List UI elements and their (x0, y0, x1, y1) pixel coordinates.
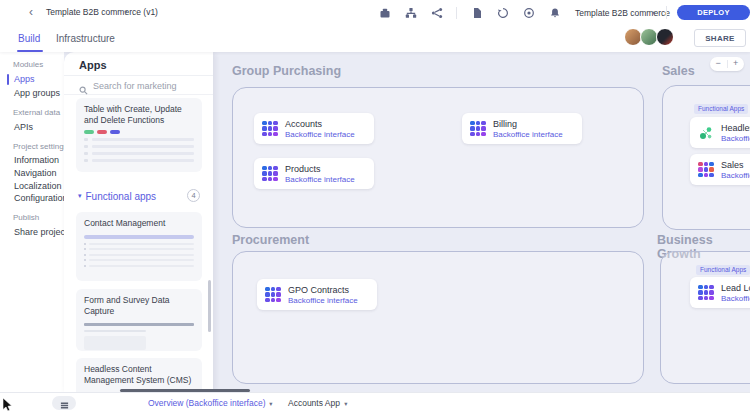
tab-infrastructure[interactable]: Infrastructure (56, 33, 115, 44)
preview-bar (84, 235, 194, 239)
search-placeholder: Search for marketing (93, 81, 177, 91)
chevron-down-icon: ▾ (344, 400, 347, 407)
collaborator-avatars (626, 28, 674, 46)
sidebar-header-modules: Modules (13, 60, 43, 69)
app-card-title: Contact Management (76, 212, 202, 231)
module-card-title: Products (285, 164, 355, 174)
top-bar-divider (666, 6, 667, 19)
module-card-accounts[interactable]: Accounts Backoffice interface (254, 113, 374, 144)
backoffice-interface-link[interactable]: Backoffice in (721, 134, 750, 143)
share-icon[interactable] (430, 7, 443, 20)
share-button[interactable]: SHARE (694, 29, 746, 47)
module-card-lead[interactable]: Lead Loo Backoffice (690, 277, 750, 308)
chevron-down-icon[interactable]: ▾ (652, 9, 655, 16)
module-card-headless-cms[interactable]: Headless C Backoffice in (690, 117, 750, 148)
sidebar-item-app-groups[interactable]: App groups (14, 88, 60, 98)
backoffice-interface-link[interactable]: Backoffice interface (285, 175, 355, 184)
project-title[interactable]: Template B2B commerce (v1) (46, 7, 158, 17)
panel-title: Apps (79, 59, 107, 71)
canvas-horizontal-scrollbar[interactable] (120, 389, 250, 392)
sidebar-item-localization[interactable]: Localization (14, 181, 62, 191)
tab-overview-backoffice[interactable]: Overview (Backoffice interface)▾ (148, 398, 273, 408)
chevron-down-icon: ▾ (78, 192, 82, 200)
module-card-title: Headless C (721, 123, 750, 133)
panel-scrollbar[interactable] (208, 280, 211, 332)
functional-apps-label: Functional apps (86, 191, 157, 202)
apps-panel: Apps Search for marketing Table with Cre… (64, 52, 213, 392)
section-title-procurement: Procurement (232, 233, 309, 247)
sidebar-item-configuration[interactable]: Configuration (14, 193, 68, 203)
section-title-group-purchasing: Group Purchasing (232, 64, 341, 78)
app-grid-icon (698, 162, 714, 178)
tab-accounts-app[interactable]: Accounts App▾ (288, 398, 348, 408)
top-bar: ‹ Template B2B commerce (v1) ▾ (0, 0, 750, 26)
app-card-title: Form and Survey Data Capture (76, 289, 202, 319)
target-icon[interactable] (522, 7, 535, 20)
backoffice-interface-link[interactable]: Backoffice (721, 294, 750, 303)
preview-line (84, 323, 194, 326)
module-card-billing[interactable]: Billing Backoffice interface (462, 113, 582, 144)
module-card-title: Lead Loo (721, 283, 750, 293)
section-procurement (232, 251, 644, 384)
project-canvas: − + Group Purchasing Accounts Backoffice… (213, 52, 750, 392)
functional-apps-toggle[interactable]: ▾ Functional apps 4 (78, 188, 202, 204)
module-card-title: Billing (493, 119, 563, 129)
zoom-control: − + (710, 57, 744, 71)
search-input[interactable]: Search for marketing (64, 76, 213, 95)
zoom-in-button[interactable]: + (728, 57, 745, 71)
sidebar-item-share-project[interactable]: Share project (14, 227, 68, 237)
sidebar-header-publish: Publish (13, 213, 39, 222)
app-card-title: Table with Create, Update and Delete Fun… (76, 98, 202, 128)
app-grid-icon (262, 166, 278, 182)
sitemap-icon[interactable] (404, 7, 417, 20)
app-card-form-survey[interactable]: Form and Survey Data Capture (76, 289, 202, 351)
toolbar-divider (456, 7, 457, 19)
sidebar-item-navigation[interactable]: Navigation (14, 168, 57, 178)
app-card-table-crud[interactable]: Table with Create, Update and Delete Fun… (76, 98, 202, 172)
sidebar-item-apps[interactable]: Apps (14, 74, 35, 84)
toolbar (378, 5, 561, 21)
module-card-title: Sales (721, 160, 750, 170)
avatar[interactable] (656, 28, 674, 46)
back-chevron-icon[interactable]: ‹ (24, 6, 38, 20)
bell-icon[interactable] (548, 7, 561, 20)
preview-block (84, 336, 146, 350)
backoffice-interface-link[interactable]: Backoffice interface (285, 130, 355, 139)
app-grid-icon (698, 285, 714, 301)
backoffice-interface-link[interactable]: Backoffice interface (493, 130, 563, 139)
module-card-gpo-contracts[interactable]: GPO Contracts Backoffice interface (257, 279, 377, 310)
app-grid-icon (262, 121, 278, 137)
molecule-icon (698, 125, 714, 141)
module-card-title: Accounts (285, 119, 355, 129)
functional-apps-badge: Functional Apps (696, 265, 750, 275)
preview-line (84, 330, 146, 333)
deploy-project-button[interactable]: DEPLOY PROJECT (677, 5, 750, 20)
sidebar-header-external-data: External data (13, 108, 60, 117)
module-card-products[interactable]: Products Backoffice interface (254, 158, 374, 189)
chevron-down-icon[interactable]: ▾ (124, 8, 127, 15)
sidebar-item-apis[interactable]: APIs (14, 122, 33, 132)
zoom-out-button[interactable]: − (710, 57, 727, 71)
functional-apps-badge: Functional Apps (694, 104, 748, 114)
app-grid-icon (265, 287, 281, 303)
sidebar-header-project-settings: Project settings (13, 142, 68, 151)
screens-menu-button[interactable] (52, 396, 76, 410)
sidebar-item-information[interactable]: Information (14, 155, 59, 165)
module-card-sales[interactable]: Sales Backoffice i (690, 154, 750, 185)
document-icon[interactable] (470, 7, 483, 20)
app-card-contact-management[interactable]: Contact Management (76, 212, 202, 281)
backoffice-interface-link[interactable]: Backoffice i (721, 171, 750, 180)
history-icon[interactable] (496, 7, 509, 20)
backoffice-interface-link[interactable]: Backoffice interface (288, 296, 358, 305)
module-card-title: GPO Contracts (288, 285, 358, 295)
archive-icon[interactable] (378, 7, 391, 20)
functional-apps-count-badge: 4 (187, 189, 200, 202)
left-sidebar: Modules Apps App groups External data AP… (0, 52, 64, 392)
table-preview-pills (76, 128, 202, 134)
tab-build[interactable]: Build (18, 33, 40, 44)
app-root: ‹ Template B2B commerce (v1) ▾ (0, 0, 750, 412)
app-card-title: Headless Content Management System (CMS) (76, 358, 202, 388)
search-icon (79, 81, 88, 99)
section-title-sales: Sales (662, 64, 695, 78)
chevron-down-icon: ▾ (270, 400, 273, 407)
